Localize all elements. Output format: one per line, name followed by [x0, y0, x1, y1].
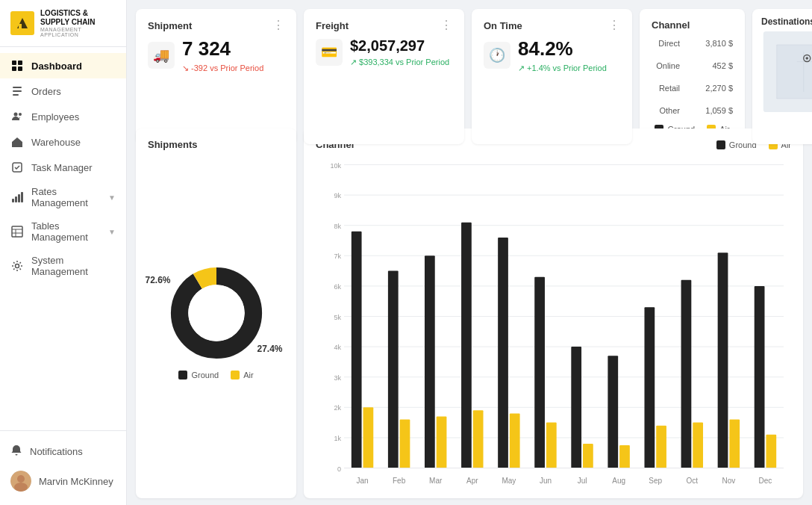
orders-icon	[10, 84, 24, 98]
app-title: LOGISTICS &SUPPLY CHAIN	[40, 9, 116, 27]
channel-bars: Direct 3,810 $ Online 452 $ Retail 2,270…	[652, 35, 733, 119]
ground-bar-big	[352, 232, 362, 468]
sidebar-label-warehouse: Warehouse	[31, 137, 81, 148]
sidebar-item-warehouse[interactable]: Warehouse	[0, 129, 126, 155]
donut-legend-ground: Ground	[178, 371, 219, 379]
ground-bar-big	[718, 252, 728, 468]
app-subtitle: MANAGEMENT APPLICATION	[40, 27, 116, 37]
sidebar-label-tables-management: Tables Management	[31, 220, 101, 243]
nav-items: Dashboard Orders Employees	[0, 47, 126, 430]
y-label: 0	[337, 465, 341, 473]
shipment-change: ↘ -392 vs Prior Period	[182, 63, 263, 73]
big-ground-label: Ground	[729, 140, 757, 149]
user-name: Marvin McKinney	[39, 476, 113, 487]
svg-rect-15	[21, 192, 23, 202]
ontime-card: On Time ⋮ 🕐 84.2% ↗ +1.4% vs Prior Perio…	[472, 9, 632, 144]
freight-value: $2,057,297	[350, 37, 449, 55]
donut-legend-air: Air	[231, 371, 253, 379]
svg-rect-6	[13, 87, 22, 88]
sidebar-item-dashboard[interactable]: Dashboard	[0, 53, 126, 78]
chevron-down-icon-2: ▼	[108, 228, 116, 236]
bar-label: Retail	[652, 84, 680, 93]
shipment-menu[interactable]: ⋮	[272, 19, 284, 31]
air-bar-big	[437, 416, 447, 468]
svg-rect-16	[12, 226, 22, 237]
channel-bar-row: Direct 3,810 $	[652, 35, 733, 52]
sidebar-item-system-management[interactable]: System Management	[0, 249, 126, 283]
tables-icon	[10, 225, 24, 238]
x-label: Mar	[429, 477, 443, 485]
big-ground-dot	[716, 140, 725, 149]
y-label: 9k	[334, 192, 341, 199]
x-label: Oct	[687, 477, 699, 485]
x-label: Nov	[722, 477, 735, 485]
avatar	[10, 471, 31, 492]
ground-bar-big	[498, 238, 508, 468]
svg-rect-4	[12, 66, 16, 71]
air-pct-label: 27.4%	[257, 344, 282, 354]
y-label: 2k	[334, 404, 341, 412]
svg-rect-1	[19, 24, 22, 28]
air-bar-big	[766, 435, 776, 468]
warehouse-icon	[10, 135, 24, 149]
svg-point-44	[188, 285, 244, 341]
logo-text-block: LOGISTICS &SUPPLY CHAIN MANAGEMENT APPLI…	[40, 9, 116, 37]
svg-point-9	[14, 113, 18, 117]
notifications-label: Notifications	[30, 446, 83, 457]
donut-chart: 72.6% 27.4%	[168, 264, 265, 362]
svg-rect-5	[18, 66, 22, 71]
svg-point-23	[14, 483, 28, 492]
truck-icon: 🚚	[148, 42, 175, 69]
shipment-value: 7 324	[182, 37, 263, 61]
bell-icon	[10, 444, 22, 459]
donut-legend: Ground Air	[178, 371, 253, 379]
sidebar-label-system-management: System Management	[31, 255, 116, 277]
sidebar-item-rates-management[interactable]: Rates Management ▼	[0, 180, 126, 214]
svg-rect-2	[12, 61, 16, 65]
sidebar-item-orders[interactable]: Orders	[0, 78, 126, 104]
air-bar-big	[619, 445, 630, 468]
ground-bar-big	[461, 223, 472, 468]
channel-bar-title: Channel	[652, 19, 690, 31]
chevron-down-icon: ▼	[108, 193, 116, 202]
map-card: Destinations: Shipments ⤢ ARKANSAS Littl…	[752, 9, 812, 144]
x-label: May	[502, 477, 516, 485]
air-bar-big	[363, 407, 374, 468]
map-title: Destinations: Shipments	[761, 16, 812, 27]
ground-bar-big	[571, 347, 581, 468]
sidebar-item-tables-management[interactable]: Tables Management ▼	[0, 214, 126, 249]
y-label: 8k	[334, 223, 341, 230]
channel-bar-row: Retail 2,270 $	[652, 80, 733, 96]
grid-icon	[10, 59, 24, 72]
svg-rect-14	[18, 194, 20, 202]
svg-rect-13	[15, 196, 17, 202]
air-bar-big	[510, 413, 520, 468]
shipment-title: Shipment	[148, 20, 192, 31]
ground-pct-label: 72.6%	[146, 275, 171, 285]
ground-bar-big	[534, 277, 545, 468]
freight-menu[interactable]: ⋮	[440, 19, 452, 31]
svg-rect-7	[13, 90, 22, 92]
ontime-title: On Time	[484, 20, 522, 31]
y-label: 7k	[334, 252, 341, 260]
ontime-change: ↗ +1.4% vs Prior Period	[518, 63, 607, 73]
ontime-menu[interactable]: ⋮	[608, 19, 620, 31]
x-label: Jul	[578, 477, 587, 485]
main-content: Shipment ⋮ 🚚 7 324 ↘ -392 vs Prior Perio…	[127, 0, 812, 505]
sidebar-item-employees[interactable]: Employees	[0, 104, 126, 129]
sidebar-label-orders: Orders	[31, 86, 61, 97]
freight-title: Freight	[316, 20, 349, 31]
air-bar-big	[546, 423, 557, 468]
down-arrow-icon: ↘	[182, 63, 189, 72]
sidebar-label-task-manager: Task Manager	[31, 162, 93, 173]
sidebar-item-task-manager[interactable]: Task Manager	[0, 155, 126, 180]
x-label: Jun	[540, 477, 552, 485]
rates-icon	[10, 190, 24, 204]
x-label: Feb	[393, 477, 406, 485]
channel-bar-row: Other 1,059 $	[652, 102, 733, 119]
notifications-item[interactable]: Notifications	[0, 439, 126, 465]
ground-bar-big	[608, 356, 618, 468]
air-bar-big	[583, 444, 593, 468]
logo-icon	[10, 11, 34, 35]
user-profile[interactable]: Marvin McKinney	[0, 465, 126, 498]
